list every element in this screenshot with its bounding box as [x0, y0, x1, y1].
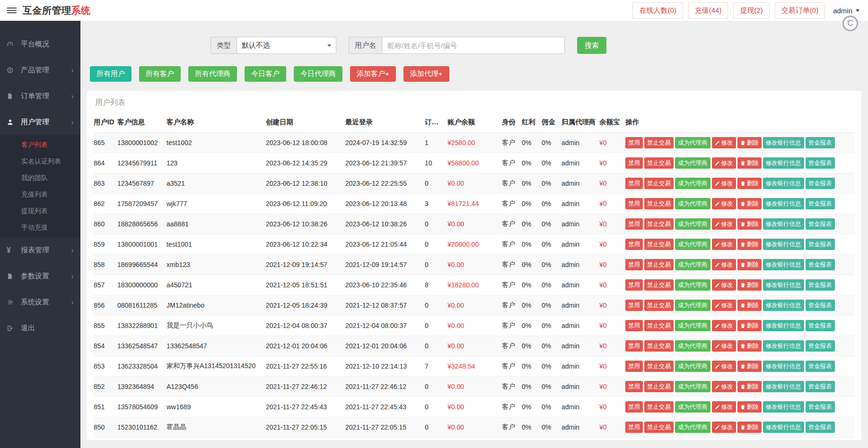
- sidebar-subitem[interactable]: 客户列表: [0, 137, 80, 153]
- become-agent-button[interactable]: 成为代理商: [675, 279, 710, 291]
- today-customers-button[interactable]: 今日客户: [245, 66, 286, 82]
- all-customers-button[interactable]: 所有客户: [139, 66, 181, 82]
- funds-report-button[interactable]: 资金报表: [806, 381, 835, 392]
- sidebar-subitem[interactable]: 手动充值: [0, 219, 80, 236]
- edit-button[interactable]: 修改: [712, 422, 736, 433]
- sidebar-item-orders[interactable]: 订单管理›: [0, 83, 80, 109]
- edit-bank-info-button[interactable]: 修改银行信息: [763, 401, 804, 413]
- disable-button[interactable]: 禁用: [625, 361, 643, 372]
- delete-button[interactable]: 删除: [737, 361, 762, 372]
- edit-button[interactable]: 修改: [712, 218, 736, 230]
- become-agent-button[interactable]: 成为代理商: [675, 422, 710, 433]
- edit-bank-info-button[interactable]: 修改银行信息: [763, 300, 804, 311]
- become-agent-button[interactable]: 成为代理商: [675, 239, 710, 250]
- delete-button[interactable]: 删除: [737, 259, 762, 270]
- become-agent-button[interactable]: 成为代理商: [675, 259, 710, 270]
- funds-report-button[interactable]: 资金报表: [806, 361, 835, 372]
- edit-button[interactable]: 修改: [712, 381, 736, 392]
- edit-bank-info-button[interactable]: 修改银行信息: [763, 218, 804, 230]
- edit-button[interactable]: 修改: [712, 300, 736, 311]
- copyright-badge[interactable]: C: [842, 16, 858, 31]
- edit-bank-info-button[interactable]: 修改银行信息: [763, 340, 804, 352]
- funds-report-button[interactable]: 资金报表: [806, 340, 835, 352]
- ban-trade-button[interactable]: 禁止交易: [644, 239, 674, 250]
- funds-report-button[interactable]: 资金报表: [806, 422, 835, 433]
- edit-bank-info-button[interactable]: 修改银行信息: [763, 239, 804, 250]
- edit-bank-info-button[interactable]: 修改银行信息: [763, 178, 804, 189]
- funds-report-button[interactable]: 资金报表: [806, 218, 835, 230]
- become-agent-button[interactable]: 成为代理商: [675, 218, 710, 230]
- funds-report-button[interactable]: 资金报表: [806, 300, 835, 311]
- sidebar-item-reports[interactable]: ¥报表管理›: [0, 237, 80, 263]
- become-agent-button[interactable]: 成为代理商: [675, 320, 710, 331]
- funds-report-button[interactable]: 资金报表: [806, 279, 835, 291]
- disable-button[interactable]: 禁用: [625, 340, 643, 352]
- funds-report-button[interactable]: 资金报表: [806, 239, 835, 250]
- become-agent-button[interactable]: 成为代理商: [675, 381, 710, 392]
- become-agent-button[interactable]: 成为代理商: [675, 340, 710, 352]
- ban-trade-button[interactable]: 禁止交易: [644, 218, 674, 230]
- ban-trade-button[interactable]: 禁止交易: [644, 320, 674, 331]
- delete-button[interactable]: 删除: [737, 137, 762, 148]
- edit-button[interactable]: 修改: [712, 259, 736, 270]
- recharge-badge[interactable]: 充值(44): [688, 2, 728, 19]
- ban-trade-button[interactable]: 禁止交易: [644, 178, 674, 189]
- disable-button[interactable]: 禁用: [625, 401, 643, 413]
- sidebar-item-system[interactable]: 系统设置›: [0, 289, 80, 315]
- ban-trade-button[interactable]: 禁止交易: [644, 300, 674, 311]
- edit-bank-info-button[interactable]: 修改银行信息: [763, 361, 804, 372]
- delete-button[interactable]: 删除: [737, 320, 762, 331]
- become-agent-button[interactable]: 成为代理商: [675, 157, 710, 169]
- delete-button[interactable]: 删除: [737, 157, 762, 169]
- edit-bank-info-button[interactable]: 修改银行信息: [763, 279, 804, 291]
- funds-report-button[interactable]: 资金报表: [806, 157, 835, 169]
- delete-button[interactable]: 删除: [737, 279, 762, 291]
- ban-trade-button[interactable]: 禁止交易: [644, 259, 674, 270]
- online-users-badge[interactable]: 在线人数(0): [632, 2, 683, 19]
- become-agent-button[interactable]: 成为代理商: [675, 401, 710, 413]
- username-input[interactable]: [382, 37, 565, 54]
- disable-button[interactable]: 禁用: [625, 178, 643, 189]
- edit-button[interactable]: 修改: [712, 178, 736, 189]
- edit-button[interactable]: 修改: [712, 198, 736, 209]
- funds-report-button[interactable]: 资金报表: [806, 198, 835, 209]
- edit-button[interactable]: 修改: [712, 320, 736, 331]
- edit-button[interactable]: 修改: [712, 340, 736, 352]
- disable-button[interactable]: 禁用: [625, 381, 643, 392]
- edit-button[interactable]: 修改: [712, 157, 736, 169]
- disable-button[interactable]: 禁用: [625, 157, 643, 169]
- disable-button[interactable]: 禁用: [625, 300, 643, 311]
- delete-button[interactable]: 删除: [737, 218, 762, 230]
- ban-trade-button[interactable]: 禁止交易: [644, 381, 674, 392]
- disable-button[interactable]: 禁用: [625, 320, 643, 331]
- edit-bank-info-button[interactable]: 修改银行信息: [763, 259, 804, 270]
- edit-bank-info-button[interactable]: 修改银行信息: [763, 198, 804, 209]
- admin-menu[interactable]: admin: [830, 7, 859, 15]
- edit-bank-info-button[interactable]: 修改银行信息: [763, 157, 804, 169]
- delete-button[interactable]: 删除: [737, 300, 762, 311]
- ban-trade-button[interactable]: 禁止交易: [644, 340, 674, 352]
- sidebar-item-overview[interactable]: 平台概况: [0, 31, 80, 57]
- delete-button[interactable]: 删除: [737, 239, 762, 250]
- type-select[interactable]: 默认不选: [237, 37, 336, 54]
- withdraw-badge[interactable]: 提现(2): [733, 2, 769, 19]
- edit-button[interactable]: 修改: [712, 361, 736, 372]
- sidebar-item-params[interactable]: 参数设置›: [0, 263, 80, 289]
- become-agent-button[interactable]: 成为代理商: [675, 178, 710, 189]
- ban-trade-button[interactable]: 禁止交易: [644, 422, 674, 433]
- funds-report-button[interactable]: 资金报表: [806, 137, 835, 148]
- edit-button[interactable]: 修改: [712, 137, 736, 148]
- funds-report-button[interactable]: 资金报表: [806, 178, 835, 189]
- funds-report-button[interactable]: 资金报表: [806, 259, 835, 270]
- all-users-button[interactable]: 所有用户: [90, 66, 132, 82]
- disable-button[interactable]: 禁用: [625, 259, 643, 270]
- become-agent-button[interactable]: 成为代理商: [675, 300, 710, 311]
- delete-button[interactable]: 删除: [737, 401, 762, 413]
- add-agent-button[interactable]: 添加代理+: [403, 66, 449, 82]
- ban-trade-button[interactable]: 禁止交易: [644, 198, 674, 209]
- delete-button[interactable]: 删除: [737, 381, 762, 392]
- edit-bank-info-button[interactable]: 修改银行信息: [763, 320, 804, 331]
- funds-report-button[interactable]: 资金报表: [806, 320, 835, 331]
- menu-toggle-icon[interactable]: [7, 8, 17, 13]
- become-agent-button[interactable]: 成为代理商: [675, 361, 710, 372]
